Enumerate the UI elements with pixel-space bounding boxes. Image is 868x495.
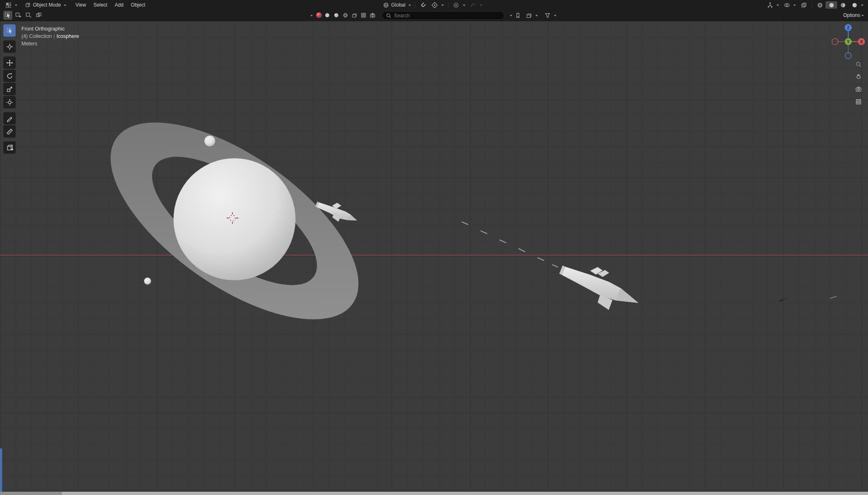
chevron-down-icon [15, 5, 17, 7]
viewport-overlay-text: Front Orthographic (4) Collection|Icosph… [21, 25, 79, 47]
gizmo-x-label: X [860, 40, 863, 44]
shaded-sphere-icon[interactable] [333, 12, 340, 19]
shading-material-button[interactable] [837, 1, 849, 9]
3d-viewport[interactable]: Z X Y Front Orthographic (4) Collection|… [0, 21, 868, 492]
divider [812, 2, 812, 8]
select-box-tool[interactable] [3, 24, 16, 37]
rendered-shading-icon [851, 1, 858, 9]
object-mode-cube-icon [24, 1, 31, 9]
options-dropdown[interactable]: Options [843, 10, 864, 21]
menu-view[interactable]: View [72, 2, 90, 8]
rotate-tool[interactable] [3, 70, 16, 82]
editor-edge-highlight[interactable] [0, 448, 2, 492]
xray-toggle[interactable] [798, 1, 809, 9]
zoom-button[interactable] [854, 60, 863, 69]
motion-trail-dashes [462, 222, 558, 267]
pan-hand-button[interactable] [854, 72, 863, 81]
header-mid-icons [309, 10, 376, 21]
chevron-down-icon [441, 5, 444, 7]
chevron-down-icon [463, 5, 465, 7]
chevron-down-icon [793, 5, 796, 7]
orientation-dropdown[interactable]: Global [380, 1, 413, 9]
chevron-down-icon[interactable] [510, 15, 512, 18]
solid-shading-icon [828, 1, 835, 9]
bookmark-icon[interactable] [514, 12, 521, 19]
snap-toggle[interactable] [418, 1, 429, 9]
view-name-label: Front Orthographic [21, 25, 79, 33]
icosphere-planet[interactable] [174, 158, 296, 280]
filter-dropdown[interactable] [542, 12, 558, 19]
small-moon[interactable] [144, 278, 151, 285]
status-bar [0, 492, 868, 495]
camera-view-button[interactable] [854, 84, 863, 94]
menu-object[interactable]: Object [127, 2, 149, 8]
shading-wireframe-button[interactable] [814, 1, 826, 9]
orientation-globe-icon [382, 1, 389, 9]
camera-icon[interactable] [369, 12, 376, 19]
collapsed-menus-chevron-icon[interactable] [310, 15, 313, 18]
falloff-dropdown[interactable] [467, 1, 484, 9]
separator: | [54, 33, 55, 39]
scene-canvas: Z X Y [0, 21, 868, 492]
mode-label: Object Mode [33, 2, 61, 8]
mode-dropdown[interactable]: Object Mode [22, 1, 68, 9]
chevron-down-icon [535, 15, 538, 18]
editor-type-button[interactable] [2, 1, 19, 9]
select-mode-subtract-icon[interactable] [24, 11, 33, 20]
gizmo-minus-x-ball[interactable] [832, 39, 838, 45]
select-mode-new-icon[interactable] [3, 11, 12, 20]
moon-on-ring[interactable] [204, 136, 215, 146]
gizmo-y-label: Y [847, 40, 850, 44]
grid-icon[interactable] [360, 12, 367, 19]
gizmo-minus-z-ball[interactable] [845, 53, 852, 59]
add-cube-tool[interactable] [3, 141, 16, 154]
layers-icon[interactable] [351, 12, 358, 19]
transform-tool[interactable] [3, 96, 16, 108]
sphere-icon[interactable] [324, 12, 331, 19]
cursor-tool[interactable] [3, 40, 16, 53]
viewport-toggles-cluster [764, 0, 866, 10]
collection-label: (4) Collection [21, 33, 52, 39]
tool-settings-bar: Options [0, 10, 868, 21]
material-preview-icon[interactable] [316, 12, 322, 18]
search-input[interactable] [394, 13, 500, 19]
distant-object[interactable] [778, 298, 787, 302]
layers-icon [525, 12, 533, 19]
display-mode-dropdown[interactable] [523, 12, 540, 19]
gizmo-toggle[interactable] [764, 1, 781, 9]
orientation-label: Global [391, 2, 406, 8]
scale-tool[interactable] [3, 83, 16, 95]
snap-settings-dropdown[interactable] [429, 1, 446, 9]
search-icon [386, 13, 392, 19]
filter-funnel-icon [544, 12, 551, 19]
divider [448, 2, 448, 8]
falloff-curve-icon [469, 1, 477, 9]
status-bar-segment [0, 492, 62, 495]
viewport-header: Object Mode View Select Add Object Globa… [0, 0, 868, 10]
search-field[interactable] [382, 11, 504, 20]
proportional-edit-icon [453, 1, 460, 9]
navigation-gizmo[interactable]: Z X Y [832, 24, 865, 59]
proportional-edit-toggle[interactable] [450, 1, 467, 9]
post-search-icons [509, 10, 558, 21]
distant-dash [830, 296, 837, 298]
select-mode-extend-icon[interactable] [14, 11, 23, 20]
shading-rendered-button[interactable] [849, 1, 866, 9]
spaceship-large[interactable] [559, 265, 638, 310]
material-shading-icon [839, 1, 847, 9]
menu-select[interactable]: Select [90, 2, 111, 8]
overlays-toggle[interactable] [781, 1, 798, 9]
chevron-down-icon [554, 15, 556, 18]
xray-icon [800, 1, 807, 9]
menu-add[interactable]: Add [111, 2, 127, 8]
tool-shelf [3, 24, 16, 155]
wireframe-sphere-icon[interactable] [342, 12, 349, 19]
annotate-tool[interactable] [3, 112, 16, 124]
move-tool[interactable] [3, 56, 16, 69]
options-label: Options [843, 12, 860, 18]
object-name-label: Icosphere [56, 33, 79, 39]
shading-solid-button[interactable] [826, 1, 837, 9]
select-mode-intersect-icon[interactable] [34, 11, 43, 20]
grid-ortho-button[interactable] [854, 97, 863, 106]
measure-tool[interactable] [3, 125, 16, 138]
